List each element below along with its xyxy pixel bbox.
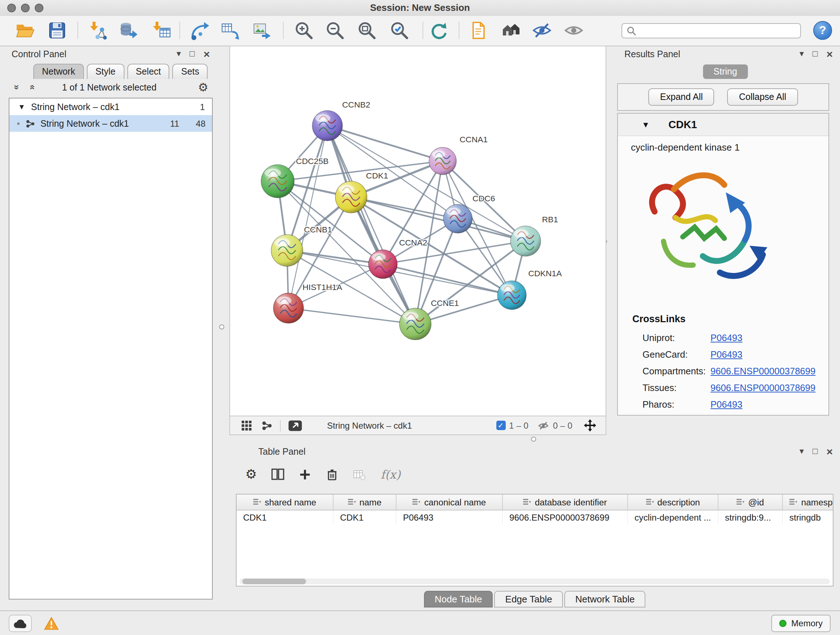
crosslink-value-link[interactable]: 9606.ENSP00000378699 [711,382,815,393]
column-header-canonical-name[interactable]: canonical name [396,494,502,510]
network-node-HIST1H1A[interactable] [273,293,304,323]
show-columns-button[interactable] [271,468,284,481]
edge-CCNB2-CCNA1[interactable] [327,126,443,161]
import-network-file-button[interactable] [87,19,109,41]
close-panel-icon[interactable]: × [826,446,833,456]
table-cell[interactable]: stringdb:9... [718,510,783,524]
network-node-CCNB1[interactable] [271,234,303,266]
table-options-gear-icon[interactable]: ⚙ [245,468,257,481]
delete-column-button[interactable] [325,468,339,481]
panel-menu-icon[interactable]: ▾ [799,49,804,58]
network-node-RB1[interactable] [510,226,541,256]
apply-layout-button[interactable] [428,19,449,41]
collapse-card-icon[interactable]: ▼ [642,120,650,129]
crosslink-value-link[interactable]: P06493 [711,349,742,360]
edge-CCNB2-HIST1H1A[interactable] [288,126,327,308]
network-node-CDC25B[interactable] [261,165,294,198]
function-builder-button[interactable]: f(x) [381,467,401,481]
add-column-button[interactable] [299,468,311,480]
crosslink-value-link[interactable]: P06493 [711,333,742,343]
table-row[interactable]: CDK1CDK1P064939606.ENSP00000378699cyclin… [237,510,834,524]
selected-indicator-checkbox[interactable]: ✓ [496,421,505,430]
network-node-CDK1[interactable] [335,181,367,213]
panel-menu-icon[interactable]: ▾ [177,49,181,58]
column-header-database-identifier[interactable]: database identifier [502,494,628,510]
table-tab-network-table[interactable]: Network Table [564,591,645,608]
network-collection-row[interactable]: ▼ String Network – cdk1 1 [9,98,212,115]
open-session-button[interactable] [14,19,36,41]
control-panel-tab-network[interactable]: Network [33,64,84,79]
collapse-all-button[interactable]: Collapse All [728,88,798,106]
crosslink-value-link[interactable]: P06493 [711,399,742,410]
search-input[interactable] [639,24,800,38]
cloud-sync-button[interactable] [9,615,32,632]
float-panel-icon[interactable]: □ [813,447,818,455]
hide-graphics-details-button[interactable] [531,19,553,41]
show-graphics-details-button[interactable] [563,19,584,41]
grid-view-button[interactable] [242,420,252,431]
control-panel-tab-sets[interactable]: Sets [172,64,208,79]
table-cell[interactable]: P06493 [396,510,502,524]
close-panel-icon[interactable]: × [203,48,210,59]
zoom-fit-button[interactable] [356,19,378,41]
table-cell[interactable]: cyclin-dependent ... [628,510,718,524]
edge-CDK1-RB1[interactable] [351,197,526,241]
panel-menu-icon[interactable]: ▾ [799,447,804,455]
table-cell[interactable]: CDK1 [237,510,333,524]
detach-view-button[interactable] [288,420,302,431]
column-header-@id[interactable]: @id [718,494,783,510]
edge-CCNB2-CCNE1[interactable] [327,126,415,324]
crosslink-value-link[interactable]: 9606.ENSP00000378699 [711,366,815,377]
export-image-button[interactable] [251,19,273,41]
network-node-CDC6[interactable] [444,204,472,233]
network-row-selected[interactable]: ● String Network – cdk1 11 48 [9,115,212,132]
save-session-button[interactable] [46,19,68,41]
float-panel-icon[interactable]: □ [189,49,195,58]
network-overview-button[interactable] [261,420,273,431]
network-node-CCNA2[interactable] [369,250,398,279]
zoom-in-button[interactable] [293,19,315,41]
table-horizontal-scrollbar[interactable] [240,578,830,584]
edge-HIST1H1A-CCNE1[interactable] [288,308,415,324]
table-cell[interactable]: 9606.ENSP00000378699 [502,510,628,524]
table-tab-edge-table[interactable]: Edge Table [494,591,563,608]
birds-eye-view-button[interactable] [500,19,522,41]
zoom-selected-button[interactable] [388,19,410,41]
horizontal-splitter-handle[interactable] [531,437,536,442]
tree-expand-icon[interactable]: ▼ [18,103,25,111]
float-panel-icon[interactable]: □ [813,49,818,58]
help-button[interactable]: ? [812,19,834,41]
network-options-gear-icon[interactable]: ⚙ [198,80,208,94]
control-panel-tab-select[interactable]: Select [127,64,170,79]
hidden-indicator-button[interactable] [538,420,549,431]
vertical-splitter-handle[interactable] [219,325,224,329]
expand-all-button[interactable]: Expand All [649,88,714,106]
control-panel-tab-style[interactable]: Style [87,64,125,79]
column-header-shared-name[interactable]: shared name [237,494,333,510]
network-node-CCNB2[interactable] [312,111,343,141]
column-header-description[interactable]: description [628,494,718,510]
close-panel-icon[interactable]: × [826,48,833,59]
table-tab-node-table[interactable]: Node Table [424,591,493,608]
network-graph[interactable]: CCNB2CCNA1CDC25BCDK1CDC6RB1CCNB1CCNA2CDK… [230,46,606,416]
table-cell[interactable]: CDK1 [333,510,396,524]
pan-mode-button[interactable] [584,419,596,432]
network-view-canvas[interactable]: CCNB2CCNA1CDC25BCDK1CDC6RB1CCNB1CCNA2CDK… [229,46,606,416]
import-network-database-button[interactable] [118,19,140,41]
import-table-button[interactable] [150,19,172,41]
new-network-button[interactable] [188,19,210,41]
export-network-button[interactable] [219,19,241,41]
column-header-namespac[interactable]: namespac [783,494,834,510]
table-cell[interactable]: stringdb [783,510,834,524]
network-node-CDKN1A[interactable] [497,280,526,310]
protein-card-header[interactable]: ▼ CDK1 [618,114,829,136]
network-node-CCNE1[interactable] [399,308,431,340]
results-tab-string[interactable]: String [703,65,748,79]
column-header-name[interactable]: name [333,494,396,510]
memory-status-button[interactable]: Memory [771,615,831,632]
scrollbar-thumb[interactable] [242,578,306,584]
network-node-CCNA1[interactable] [429,147,456,175]
zoom-out-button[interactable] [324,19,346,41]
warnings-button[interactable] [41,615,62,632]
annotations-button[interactable] [467,19,489,41]
